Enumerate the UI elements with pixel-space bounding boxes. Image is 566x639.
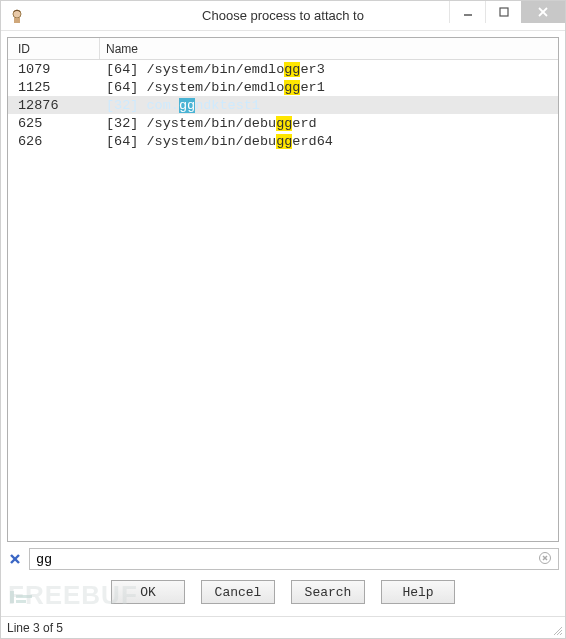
filter-icon [7,551,23,567]
clear-search-icon[interactable] [537,550,553,566]
cell-name: [64] /system/bin/emdlogger3 [100,62,558,77]
search-button[interactable]: Search [291,580,365,604]
table-row[interactable]: 1079[64] /system/bin/emdlogger3 [8,60,558,78]
cell-name: [64] /system/bin/emdlogger1 [100,80,558,95]
cancel-button[interactable]: Cancel [201,580,275,604]
app-icon [9,8,25,24]
cell-id: 625 [8,116,100,131]
cell-id: 1079 [8,62,100,77]
svg-line-16 [560,633,562,635]
cell-name: [32] com.ggndktest1 [100,98,558,113]
content-area: ID Name 1079[64] /system/bin/emdlogger31… [1,31,565,616]
button-row: OK Cancel Search Help [7,574,559,610]
svg-rect-3 [500,8,508,16]
cell-id: 626 [8,134,100,149]
maximize-button[interactable] [485,1,521,23]
column-header-id[interactable]: ID [8,38,100,59]
table-row[interactable]: 12876[32] com.ggndktest1 [8,96,558,114]
search-row [7,546,559,570]
cell-name: [64] /system/bin/debuggerd64 [100,134,558,149]
highlight: gg [284,62,300,77]
window-controls [449,1,565,30]
ok-button[interactable]: OK [111,580,185,604]
help-button[interactable]: Help [381,580,455,604]
cell-name: [32] /system/bin/debuggerd [100,116,558,131]
status-text: Line 3 of 5 [7,621,63,635]
minimize-button[interactable] [449,1,485,23]
list-body[interactable]: 1079[64] /system/bin/emdlogger31125[64] … [8,60,558,541]
status-bar: Line 3 of 5 [1,616,565,638]
title-bar: Choose process to attach to [1,1,565,31]
highlight: gg [276,116,292,131]
svg-rect-1 [14,18,20,23]
process-list[interactable]: ID Name 1079[64] /system/bin/emdlogger31… [7,37,559,542]
close-button[interactable] [521,1,565,23]
resize-grip-icon[interactable] [551,624,563,636]
table-row[interactable]: 625[32] /system/bin/debuggerd [8,114,558,132]
highlight: gg [179,98,195,113]
highlight: gg [284,80,300,95]
column-header-name[interactable]: Name [100,38,558,59]
cell-id: 12876 [8,98,100,113]
table-row[interactable]: 1125[64] /system/bin/emdlogger1 [8,78,558,96]
cell-id: 1125 [8,80,100,95]
search-input[interactable] [29,548,559,570]
highlight: gg [276,134,292,149]
table-row[interactable]: 626[64] /system/bin/debuggerd64 [8,132,558,150]
list-header: ID Name [8,38,558,60]
